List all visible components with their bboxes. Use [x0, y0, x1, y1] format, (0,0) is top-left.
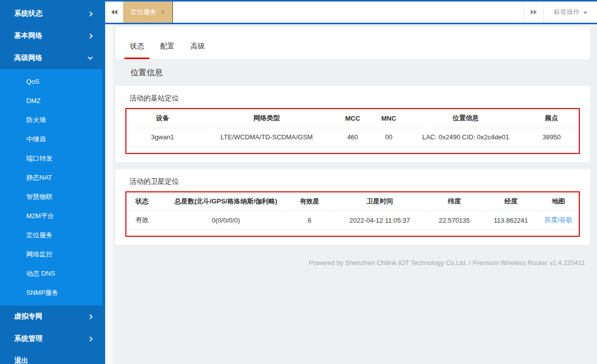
content-tab-config[interactable]: 配置: [155, 42, 180, 59]
table-cell: 460: [335, 128, 371, 146]
sidebar: 系统状态基本网络高级网络QoSDMZ防火墙中继器端口转发静态NAT智慧物联M2M…: [0, 0, 105, 364]
sidebar-subitem-dynamic-dns[interactable]: 动态 DNS: [0, 264, 103, 283]
content-panel: 状态配置高级 位置信息 活动的基站定位设备网络类型MCCMNC位置信息频点3gw…: [113, 24, 597, 364]
sidebar-item-system-admin[interactable]: 系统管理: [0, 328, 105, 350]
table-cell: 22.570135: [425, 211, 484, 230]
page-title: 位置信息: [130, 68, 590, 78]
table-cell: 3gwan1: [126, 128, 199, 146]
section-base-station: 活动的基站定位设备网络类型MCCMNC位置信息频点3gwan1LTE/WCDMA…: [115, 86, 590, 162]
sidebar-subitem-firewall[interactable]: 防火墙: [0, 111, 103, 130]
chevron-down-icon: [583, 12, 587, 14]
tab-label: 定位服务: [130, 8, 157, 17]
table-cell: 6: [285, 211, 334, 230]
column-header: 地图: [538, 192, 579, 211]
map-link-baidu[interactable]: 百度: [544, 216, 558, 224]
highlight-box-satellite: 状态总星数(北斗/GPS/格洛纳斯/伽利略)有效星卫星时间纬度经度地图有效0(0…: [125, 191, 580, 237]
sidebar-subitem-port-forwarding[interactable]: 端口转发: [0, 149, 103, 168]
sidebar-subitem-network-monitor[interactable]: 网络监控: [0, 245, 103, 264]
column-header: 位置信息: [407, 109, 525, 128]
sidebar-subitem-static-nat[interactable]: 静态NAT: [0, 168, 103, 187]
column-header: 网络类型: [199, 109, 335, 128]
tab-operations-dropdown[interactable]: 标签操作: [543, 2, 597, 23]
sidebar-item-label: 高级网络: [14, 54, 42, 63]
sidebar-item-label: 基本网络: [14, 31, 42, 40]
chevron-right-icon: [88, 336, 93, 341]
map-link-google[interactable]: 谷歌: [560, 216, 573, 224]
content-tabs: 状态配置高级: [115, 27, 590, 59]
chevron-right-icon: [88, 33, 93, 38]
sidebar-subitem-smart-iot[interactable]: 智慧物联: [0, 187, 103, 206]
content-tab-status[interactable]: 状态: [124, 42, 150, 59]
highlight-box-base-station: 设备网络类型MCCMNC位置信息频点3gwan1LTE/WCDMA/TD-SCD…: [125, 108, 580, 154]
column-header: 总星数(北斗/GPS/格洛纳斯/伽利略): [167, 192, 285, 211]
sidebar-item-basic-network[interactable]: 基本网络: [0, 25, 105, 47]
table-cell: 38950: [525, 128, 579, 146]
column-header: 状态: [126, 192, 167, 211]
content-tab-advanced[interactable]: 高级: [185, 42, 210, 59]
table-row: 3gwan1LTE/WCDMA/TD-SCDMA/GSM46000LAC: 0x…: [126, 128, 579, 146]
section-title-satellite: 活动的卫星定位: [129, 177, 580, 186]
double-right-arrow-icon: [534, 10, 537, 15]
column-header: MNC: [371, 109, 407, 128]
sections-container: 活动的基站定位设备网络类型MCCMNC位置信息频点3gwan1LTE/WCDMA…: [115, 86, 590, 245]
column-header: MCC: [335, 109, 371, 128]
tabbar-spacer: [173, 2, 523, 23]
sidebar-item-vpn[interactable]: 虚拟专网: [0, 305, 105, 328]
section-satellite: 活动的卫星定位状态总星数(北斗/GPS/格洛纳斯/伽利略)有效星卫星时间纬度经度…: [115, 169, 590, 245]
column-header: 经度: [484, 192, 538, 211]
sidebar-subitem-repeater[interactable]: 中继器: [0, 130, 103, 149]
sidebar-item-label: 系统状态: [14, 9, 42, 18]
table-row: 有效0(0/0/0/0)62022-04-12 11:05:3722.57013…: [126, 211, 579, 230]
chevron-down-icon: [88, 55, 93, 60]
table-cell: 百度/谷歌: [538, 211, 579, 230]
table-cell: LTE/WCDMA/TD-SCDMA/GSM: [199, 128, 335, 146]
sidebar-subitem-m2m-platform[interactable]: M2M平台: [0, 206, 103, 226]
sidebar-item-logout[interactable]: 退出: [0, 350, 105, 364]
content-area: 状态配置高级 位置信息 活动的基站定位设备网络类型MCCMNC位置信息频点3gw…: [105, 24, 597, 364]
tab-location-service[interactable]: 定位服务 ✕: [123, 2, 173, 23]
sidebar-item-label: 虚拟专网: [14, 312, 42, 321]
scroll-tabs-left-button[interactable]: [105, 2, 123, 23]
sidebar-subitem-dmz[interactable]: DMZ: [0, 91, 103, 111]
table-satellite: 状态总星数(北斗/GPS/格洛纳斯/伽利略)有效星卫星时间纬度经度地图有效0(0…: [126, 192, 579, 230]
table-cell: 0(0/0/0/0): [167, 211, 285, 230]
table-cell: 有效: [126, 211, 167, 230]
submenu-advanced-network: QoSDMZ防火墙中继器端口转发静态NAT智慧物联M2M平台定位服务网络监控动态…: [0, 69, 103, 305]
sidebar-item-label: 系统管理: [14, 334, 42, 343]
table-cell: 00: [371, 128, 407, 146]
table-cell: 2022-04-12 11:05:37: [335, 211, 425, 230]
double-left-arrow-icon: [114, 10, 117, 15]
scroll-tabs-right-button[interactable]: [523, 2, 543, 23]
column-header: 有效星: [285, 192, 334, 211]
column-header: 卫星时间: [335, 192, 425, 211]
chevron-right-icon: [88, 11, 93, 16]
table-cell: LAC: 0x2490 CID: 0x2c4de01: [407, 128, 525, 146]
tab-bar: 定位服务 ✕ 标签操作: [105, 0, 597, 24]
sidebar-subitem-location-service[interactable]: 定位服务: [0, 226, 103, 245]
column-header: 频点: [525, 109, 579, 128]
sidebar-subitem-snmp-service[interactable]: SNMP服务: [0, 283, 103, 302]
sidebar-item-system-status[interactable]: 系统状态: [0, 3, 105, 25]
footer-text: Powered by Shenzhen Chilink IOT Technolo…: [115, 259, 590, 267]
main-area: 定位服务 ✕ 标签操作 状态配置高级 位置信息 活动的基站定位设备网络类型MCC…: [105, 0, 597, 364]
sidebar-item-advanced-network[interactable]: 高级网络: [0, 47, 105, 69]
close-tab-icon[interactable]: ✕: [160, 9, 165, 16]
chevron-right-icon: [88, 314, 93, 319]
sidebar-item-label: 退出: [14, 356, 28, 364]
section-title-base-station: 活动的基站定位: [129, 94, 580, 103]
column-header: 纬度: [425, 192, 484, 211]
table-cell: 113.862241: [484, 211, 538, 230]
table-header-row: 状态总星数(北斗/GPS/格洛纳斯/伽利略)有效星卫星时间纬度经度地图: [126, 192, 579, 211]
table-base-station: 设备网络类型MCCMNC位置信息频点3gwan1LTE/WCDMA/TD-SCD…: [126, 109, 579, 147]
table-header-row: 设备网络类型MCCMNC位置信息频点: [126, 109, 579, 128]
sidebar-subitem-qos[interactable]: QoS: [0, 72, 103, 91]
tab-operations-label: 标签操作: [554, 8, 580, 17]
column-header: 设备: [126, 109, 199, 128]
